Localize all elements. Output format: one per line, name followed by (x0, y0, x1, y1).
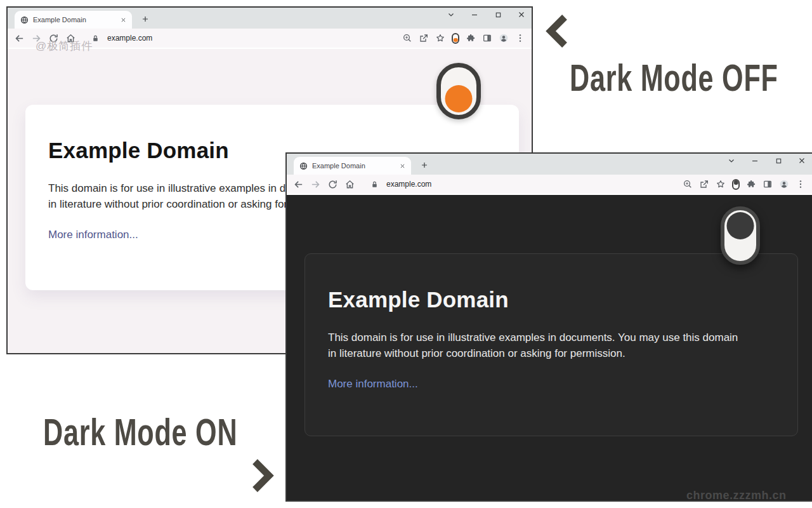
page-title: Example Domain (328, 287, 775, 312)
extensions-puzzle-icon[interactable] (746, 179, 756, 189)
forward-icon[interactable] (310, 179, 321, 190)
star-icon[interactable] (716, 179, 726, 189)
zoom-icon[interactable] (402, 33, 412, 43)
watermark-jijian-plugin: @极简插件 (36, 39, 93, 53)
back-icon[interactable] (14, 33, 25, 44)
window-maximize-icon (775, 157, 782, 164)
window-maximize-button[interactable] (493, 10, 503, 20)
window-close-button[interactable] (797, 156, 807, 166)
watermark-chrome-zzzmh: chrome.zzzmh.cn (686, 489, 787, 502)
window-dropdown-button[interactable] (726, 156, 737, 166)
window-close-icon (798, 157, 806, 164)
window-close-button[interactable] (516, 10, 527, 20)
window-chevron-down-icon (728, 157, 735, 164)
window-controls (446, 10, 527, 20)
zoom-icon[interactable] (683, 179, 693, 189)
browser-tab[interactable]: Example Domain (15, 11, 132, 29)
chevron-left-annotation-icon (543, 13, 571, 50)
content-card: Example Domain This domain is for use in… (304, 253, 798, 436)
toolbar-right-icons (683, 179, 806, 190)
menu-dots-icon[interactable] (796, 179, 806, 189)
extension-toggle-dot (734, 180, 738, 185)
window-chevron-down-icon (447, 11, 455, 18)
new-tab-button[interactable] (137, 11, 154, 27)
toggle-knob-orange (445, 85, 473, 112)
share-icon[interactable] (699, 179, 709, 189)
back-icon[interactable] (293, 179, 304, 190)
tab-title: Example Domain (33, 16, 116, 23)
address-bar[interactable]: example.com (386, 180, 431, 189)
sidebar-icon[interactable] (482, 33, 492, 43)
dark-mode-extension-icon[interactable] (732, 179, 740, 190)
tab-bar: Example Domain (287, 154, 812, 175)
address-bar[interactable]: example.com (107, 34, 152, 43)
profile-avatar-icon[interactable] (499, 33, 509, 43)
lock-icon (370, 180, 379, 189)
more-information-link[interactable]: More information... (48, 229, 138, 241)
extensions-puzzle-icon[interactable] (466, 33, 476, 43)
sidebar-icon[interactable] (763, 179, 773, 189)
dark-mode-extension-icon[interactable] (452, 33, 459, 44)
extension-toggle-dot (454, 38, 458, 43)
globe-favicon-icon (20, 16, 29, 24)
chevron-right-annotation-icon (249, 457, 277, 494)
new-tab-button[interactable] (416, 157, 433, 173)
window-minimize-button[interactable] (469, 10, 480, 20)
window-minimize-button[interactable] (750, 156, 760, 166)
toggle-knob-dark (727, 212, 754, 239)
tab-close-icon[interactable] (121, 17, 126, 23)
window-maximize-icon (495, 11, 502, 18)
dark-mode-toggle-illustration-on (721, 206, 760, 265)
window-controls (726, 156, 807, 166)
tab-close-icon[interactable] (400, 163, 405, 169)
window-dropdown-button[interactable] (446, 10, 456, 20)
globe-favicon-icon (299, 162, 308, 170)
dark-mode-off-label: Dark Mode OFF (570, 56, 778, 100)
screenshot-canvas: Example Domain example.com (0, 0, 812, 508)
star-icon[interactable] (435, 33, 445, 43)
dark-mode-toggle-illustration-off (436, 63, 481, 119)
menu-dots-icon[interactable] (515, 33, 525, 43)
tab-title: Example Domain (312, 162, 395, 170)
toolbar-right-icons (402, 33, 525, 44)
reload-icon[interactable] (327, 179, 338, 190)
window-close-icon (518, 11, 525, 18)
page-paragraph: This domain is for use in illustrative e… (328, 330, 739, 361)
window-minimize-icon (751, 157, 759, 164)
share-icon[interactable] (419, 33, 429, 43)
web-page-dark: Example Domain This domain is for use in… (287, 195, 812, 500)
profile-avatar-icon[interactable] (779, 179, 789, 189)
new-tab-plus-icon (421, 161, 428, 169)
dark-mode-on-label: Dark Mode ON (43, 410, 237, 454)
window-minimize-icon (471, 11, 478, 18)
window-maximize-button[interactable] (773, 156, 783, 166)
browser-toolbar: example.com (287, 175, 812, 194)
tab-bar: Example Domain (8, 8, 532, 29)
browser-tab[interactable]: Example Domain (294, 157, 411, 175)
more-information-link[interactable]: More information... (328, 378, 418, 390)
home-icon[interactable] (344, 179, 355, 190)
browser-window-dark: Example Domain example.com (285, 152, 812, 502)
new-tab-plus-icon (141, 15, 149, 23)
